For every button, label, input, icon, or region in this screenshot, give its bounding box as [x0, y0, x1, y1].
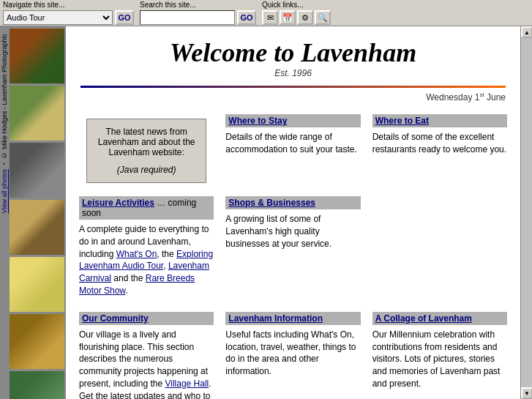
- content-row-3: Our Community Our village is a lively an…: [66, 307, 520, 399]
- est-year: Est. 1996: [80, 68, 506, 78]
- welcome-header: Welcome to Lavenham Est. 1996: [66, 26, 520, 82]
- main-layout: © Mike Hodges - Lavenham Photographic • …: [0, 26, 532, 399]
- community-link[interactable]: Our Community: [82, 313, 149, 324]
- java-note: (Java required): [94, 165, 198, 175]
- collage-link[interactable]: A Collage of Lavenham: [375, 313, 472, 324]
- info-header: Lavenham Information: [225, 312, 360, 325]
- nav-section: Navigate this site... Audio Tour Home Wh…: [3, 1, 134, 25]
- search-go-button[interactable]: GO: [237, 10, 256, 25]
- view-all-photos-link[interactable]: View all photos: [1, 169, 8, 213]
- photo-5: [10, 257, 64, 312]
- community-cell: Our Community Our village is a lively an…: [73, 307, 220, 399]
- page-title: Welcome to Lavenham: [80, 37, 506, 68]
- collage-cell: A Collage of Lavenham Our Millennium cel…: [367, 307, 513, 399]
- navigate-label: Navigate this site...: [3, 1, 134, 9]
- leisure-text: A complete guide to everything to do in …: [79, 223, 214, 297]
- photo-strip: © Mike Hodges - Lavenham Photographic • …: [0, 26, 66, 399]
- photo-1: [10, 29, 64, 83]
- info-cell: Lavenham Information Useful facts includ…: [220, 307, 366, 399]
- shops-cell: Shops & Businesses A growing list of som…: [220, 192, 366, 302]
- scroll-track[interactable]: [521, 38, 532, 387]
- collage-header: A Collage of Lavenham: [372, 312, 507, 325]
- scroll-up-button[interactable]: ▲: [521, 26, 532, 38]
- photo-2: [10, 86, 64, 141]
- where-to-stay-link[interactable]: Where to Stay: [228, 116, 287, 126]
- date-display: Wednesday 1st June: [66, 92, 520, 102]
- photo-credit: © Mike Hodges - Lavenham Photographic: [1, 34, 8, 159]
- community-text: Our village is a lively and flourishing …: [79, 329, 214, 399]
- where-to-eat-text: Details of some of the excellent restaur…: [372, 131, 507, 156]
- search-section: Search this site... GO: [140, 1, 256, 25]
- shops-header: Shops & Businesses: [225, 196, 360, 209]
- settings-icon[interactable]: ⚙: [297, 10, 313, 25]
- top-bar: Navigate this site... Audio Tour Home Wh…: [0, 0, 532, 26]
- village-hall-link[interactable]: Village Hall: [165, 379, 209, 389]
- info-link[interactable]: Lavenham Information: [228, 313, 323, 324]
- whats-on-link[interactable]: What's On: [116, 249, 157, 259]
- leisure-header: Leisure Activities … coming soon: [79, 196, 214, 220]
- photo-3: [10, 143, 64, 198]
- where-to-eat-header: Where to Eat: [372, 114, 507, 127]
- photo-6: [10, 314, 64, 369]
- news-text: The latest news from Lavenham and about …: [94, 127, 198, 157]
- shops-text: A growing list of some of Lavenham's hig…: [225, 213, 360, 250]
- content-row-1: Where to Stay Details of the wide range …: [66, 110, 520, 192]
- photo-4: [10, 200, 64, 255]
- header-divider: [80, 86, 506, 88]
- scroll-down-button[interactable]: ▼: [521, 387, 532, 399]
- search-input[interactable]: [140, 10, 235, 25]
- shops-link[interactable]: Shops & Businesses: [228, 198, 315, 208]
- nav-go-button[interactable]: GO: [115, 10, 134, 25]
- where-to-stay-cell: Where to Stay Details of the wide range …: [220, 110, 366, 160]
- photo-7: [10, 371, 64, 399]
- community-header: Our Community: [79, 312, 214, 325]
- content-row-2: Leisure Activities … coming soon A compl…: [66, 192, 520, 302]
- news-box: The latest news from Lavenham and about …: [86, 119, 206, 183]
- email-icon[interactable]: ✉: [262, 10, 278, 25]
- calendar-icon[interactable]: 📅: [280, 10, 296, 25]
- where-to-stay-text: Details of the wide range of accommodati…: [225, 131, 360, 156]
- search-icon[interactable]: 🔍: [315, 10, 331, 25]
- collage-text: Our Millennium celebration with contribu…: [372, 329, 507, 390]
- quicklinks-label: Quick links...: [262, 1, 331, 9]
- scrollbar: ▲ ▼: [520, 26, 532, 399]
- nav-dropdown[interactable]: Audio Tour Home Where to Stay Where to E…: [3, 10, 113, 25]
- where-to-eat-cell: Where to Eat Details of some of the exce…: [367, 110, 513, 160]
- quicklinks-section: Quick links... ✉ 📅 ⚙ 🔍: [262, 1, 331, 25]
- where-to-stay-header: Where to Stay: [225, 114, 360, 127]
- search-label: Search this site...: [140, 1, 256, 9]
- leisure-cell: Leisure Activities … coming soon A compl…: [73, 192, 220, 302]
- news-cell: The latest news from Lavenham and about …: [73, 110, 220, 192]
- leisure-title: Leisure Activities: [82, 198, 154, 208]
- where-to-eat-link[interactable]: Where to Eat: [375, 116, 429, 126]
- info-text: Useful facts including What's On, locati…: [225, 329, 360, 378]
- content-area: Welcome to Lavenham Est. 1996 Wednesday …: [66, 26, 520, 399]
